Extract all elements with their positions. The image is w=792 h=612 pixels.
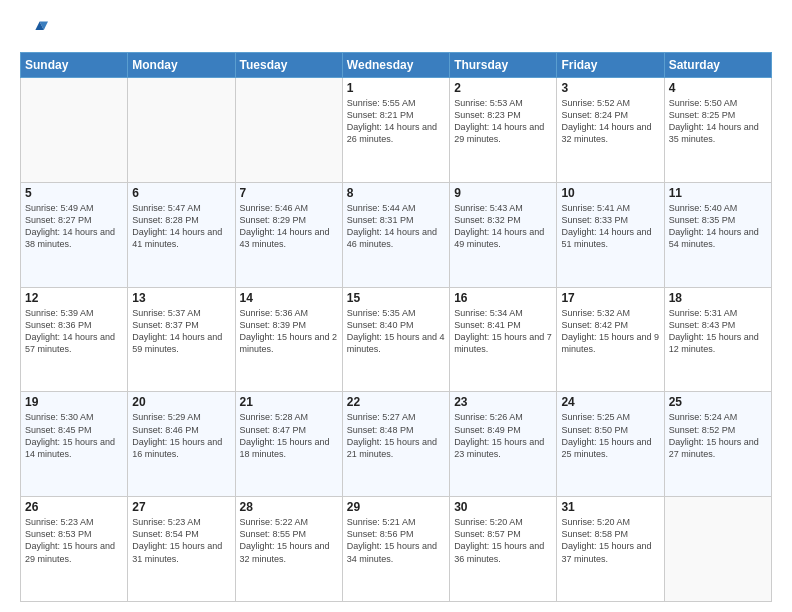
day-number: 18 [669,291,767,305]
calendar-cell: 28Sunrise: 5:22 AM Sunset: 8:55 PM Dayli… [235,497,342,602]
day-info: Sunrise: 5:23 AM Sunset: 8:53 PM Dayligh… [25,516,123,565]
calendar-cell: 12Sunrise: 5:39 AM Sunset: 8:36 PM Dayli… [21,287,128,392]
day-info: Sunrise: 5:43 AM Sunset: 8:32 PM Dayligh… [454,202,552,251]
day-number: 26 [25,500,123,514]
day-number: 31 [561,500,659,514]
day-info: Sunrise: 5:52 AM Sunset: 8:24 PM Dayligh… [561,97,659,146]
calendar-cell: 11Sunrise: 5:40 AM Sunset: 8:35 PM Dayli… [664,182,771,287]
day-number: 24 [561,395,659,409]
calendar-cell: 13Sunrise: 5:37 AM Sunset: 8:37 PM Dayli… [128,287,235,392]
day-number: 12 [25,291,123,305]
weekday-header-wednesday: Wednesday [342,53,449,78]
day-number: 25 [669,395,767,409]
calendar-week-2: 5Sunrise: 5:49 AM Sunset: 8:27 PM Daylig… [21,182,772,287]
day-info: Sunrise: 5:47 AM Sunset: 8:28 PM Dayligh… [132,202,230,251]
day-number: 10 [561,186,659,200]
day-number: 9 [454,186,552,200]
day-info: Sunrise: 5:24 AM Sunset: 8:52 PM Dayligh… [669,411,767,460]
calendar-cell: 29Sunrise: 5:21 AM Sunset: 8:56 PM Dayli… [342,497,449,602]
calendar-cell: 30Sunrise: 5:20 AM Sunset: 8:57 PM Dayli… [450,497,557,602]
weekday-header-tuesday: Tuesday [235,53,342,78]
calendar-cell [21,78,128,183]
day-number: 3 [561,81,659,95]
calendar-header-row: SundayMondayTuesdayWednesdayThursdayFrid… [21,53,772,78]
calendar-cell: 5Sunrise: 5:49 AM Sunset: 8:27 PM Daylig… [21,182,128,287]
day-info: Sunrise: 5:27 AM Sunset: 8:48 PM Dayligh… [347,411,445,460]
day-number: 5 [25,186,123,200]
day-info: Sunrise: 5:25 AM Sunset: 8:50 PM Dayligh… [561,411,659,460]
logo [20,16,52,44]
calendar-cell: 26Sunrise: 5:23 AM Sunset: 8:53 PM Dayli… [21,497,128,602]
day-info: Sunrise: 5:26 AM Sunset: 8:49 PM Dayligh… [454,411,552,460]
calendar-cell: 22Sunrise: 5:27 AM Sunset: 8:48 PM Dayli… [342,392,449,497]
calendar-cell: 15Sunrise: 5:35 AM Sunset: 8:40 PM Dayli… [342,287,449,392]
calendar-cell [235,78,342,183]
day-info: Sunrise: 5:41 AM Sunset: 8:33 PM Dayligh… [561,202,659,251]
calendar-cell: 25Sunrise: 5:24 AM Sunset: 8:52 PM Dayli… [664,392,771,497]
day-number: 30 [454,500,552,514]
day-number: 6 [132,186,230,200]
calendar-cell: 24Sunrise: 5:25 AM Sunset: 8:50 PM Dayli… [557,392,664,497]
day-number: 4 [669,81,767,95]
calendar-cell: 10Sunrise: 5:41 AM Sunset: 8:33 PM Dayli… [557,182,664,287]
weekday-header-sunday: Sunday [21,53,128,78]
weekday-header-saturday: Saturday [664,53,771,78]
day-info: Sunrise: 5:53 AM Sunset: 8:23 PM Dayligh… [454,97,552,146]
day-info: Sunrise: 5:37 AM Sunset: 8:37 PM Dayligh… [132,307,230,356]
day-number: 27 [132,500,230,514]
day-info: Sunrise: 5:31 AM Sunset: 8:43 PM Dayligh… [669,307,767,356]
day-info: Sunrise: 5:29 AM Sunset: 8:46 PM Dayligh… [132,411,230,460]
day-info: Sunrise: 5:40 AM Sunset: 8:35 PM Dayligh… [669,202,767,251]
day-number: 2 [454,81,552,95]
day-number: 21 [240,395,338,409]
day-info: Sunrise: 5:44 AM Sunset: 8:31 PM Dayligh… [347,202,445,251]
day-info: Sunrise: 5:21 AM Sunset: 8:56 PM Dayligh… [347,516,445,565]
day-number: 14 [240,291,338,305]
weekday-header-friday: Friday [557,53,664,78]
day-number: 29 [347,500,445,514]
calendar-cell: 23Sunrise: 5:26 AM Sunset: 8:49 PM Dayli… [450,392,557,497]
logo-icon [20,16,48,44]
calendar-cell: 16Sunrise: 5:34 AM Sunset: 8:41 PM Dayli… [450,287,557,392]
calendar-cell: 19Sunrise: 5:30 AM Sunset: 8:45 PM Dayli… [21,392,128,497]
calendar-cell: 20Sunrise: 5:29 AM Sunset: 8:46 PM Dayli… [128,392,235,497]
day-number: 20 [132,395,230,409]
day-info: Sunrise: 5:20 AM Sunset: 8:57 PM Dayligh… [454,516,552,565]
day-info: Sunrise: 5:23 AM Sunset: 8:54 PM Dayligh… [132,516,230,565]
day-info: Sunrise: 5:32 AM Sunset: 8:42 PM Dayligh… [561,307,659,356]
calendar-cell: 9Sunrise: 5:43 AM Sunset: 8:32 PM Daylig… [450,182,557,287]
day-info: Sunrise: 5:36 AM Sunset: 8:39 PM Dayligh… [240,307,338,356]
calendar-week-4: 19Sunrise: 5:30 AM Sunset: 8:45 PM Dayli… [21,392,772,497]
calendar-cell [664,497,771,602]
day-number: 23 [454,395,552,409]
calendar-cell: 27Sunrise: 5:23 AM Sunset: 8:54 PM Dayli… [128,497,235,602]
header [20,16,772,44]
page: SundayMondayTuesdayWednesdayThursdayFrid… [0,0,792,612]
day-number: 15 [347,291,445,305]
calendar-cell: 2Sunrise: 5:53 AM Sunset: 8:23 PM Daylig… [450,78,557,183]
day-info: Sunrise: 5:28 AM Sunset: 8:47 PM Dayligh… [240,411,338,460]
day-info: Sunrise: 5:50 AM Sunset: 8:25 PM Dayligh… [669,97,767,146]
calendar-cell: 21Sunrise: 5:28 AM Sunset: 8:47 PM Dayli… [235,392,342,497]
calendar-cell: 7Sunrise: 5:46 AM Sunset: 8:29 PM Daylig… [235,182,342,287]
weekday-header-thursday: Thursday [450,53,557,78]
day-number: 13 [132,291,230,305]
day-info: Sunrise: 5:35 AM Sunset: 8:40 PM Dayligh… [347,307,445,356]
day-info: Sunrise: 5:22 AM Sunset: 8:55 PM Dayligh… [240,516,338,565]
day-info: Sunrise: 5:55 AM Sunset: 8:21 PM Dayligh… [347,97,445,146]
weekday-header-monday: Monday [128,53,235,78]
day-info: Sunrise: 5:46 AM Sunset: 8:29 PM Dayligh… [240,202,338,251]
calendar-cell: 6Sunrise: 5:47 AM Sunset: 8:28 PM Daylig… [128,182,235,287]
day-info: Sunrise: 5:49 AM Sunset: 8:27 PM Dayligh… [25,202,123,251]
calendar-cell [128,78,235,183]
calendar-cell: 31Sunrise: 5:20 AM Sunset: 8:58 PM Dayli… [557,497,664,602]
day-number: 22 [347,395,445,409]
day-info: Sunrise: 5:30 AM Sunset: 8:45 PM Dayligh… [25,411,123,460]
calendar-cell: 8Sunrise: 5:44 AM Sunset: 8:31 PM Daylig… [342,182,449,287]
calendar-cell: 18Sunrise: 5:31 AM Sunset: 8:43 PM Dayli… [664,287,771,392]
day-info: Sunrise: 5:20 AM Sunset: 8:58 PM Dayligh… [561,516,659,565]
calendar-cell: 14Sunrise: 5:36 AM Sunset: 8:39 PM Dayli… [235,287,342,392]
calendar-table: SundayMondayTuesdayWednesdayThursdayFrid… [20,52,772,602]
calendar-cell: 3Sunrise: 5:52 AM Sunset: 8:24 PM Daylig… [557,78,664,183]
day-number: 8 [347,186,445,200]
